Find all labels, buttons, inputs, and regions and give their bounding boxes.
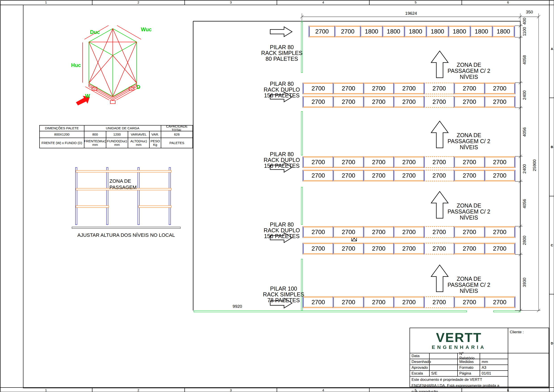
field-label: Página [458,371,480,377]
drawing-sheet: 123456 123456 ABCD [0,0,554,392]
rack-bay: 1800 [470,26,492,37]
passage-zone-label-3: ZONA DEPASSAGEM C/ 2NÍVEIS [440,196,498,227]
bay-dimension-label: 2700 [342,85,355,92]
rack-row-double2-a: 2700270027002700270027002700 [303,156,515,168]
pallet-isometric-sketch: Duc Wuc Huc W D [71,25,152,105]
rack-bay: 2700 [363,156,393,168]
rack-bay: 2700 [334,26,360,37]
bay-dimension-label: 2700 [342,299,355,306]
bay-dimension-label: 2700 [312,98,325,105]
rack-bay: 2700 [484,96,515,108]
rack-bay: 1800 [492,26,515,37]
rack-bay: 2700 [454,226,484,238]
bay-dimension-label: 2700 [372,98,385,105]
rack-bay: 2700 [424,170,454,181]
bay-dimension-label: 2700 [312,85,325,92]
bay-dimension-label: 2700 [342,229,355,236]
rack-bay: 1800 [382,26,404,37]
rack-row-double1-b: 2700270027002700270027002700 [303,96,515,108]
rack-bay: 2700 [424,156,454,168]
rack-block-label-1: PILAR 80RACK SIMPLES80 PALETES [253,38,311,67]
elevation-floor-line [72,227,180,229]
bay-dimension-label: 2700 [433,98,446,105]
bay-dimension-label: 2700 [433,172,446,179]
bay-dimension-label: 2700 [433,229,446,236]
bay-dimension-label: 2700 [463,172,476,179]
dim-chain-0: 400 [522,18,527,25]
bay-dimension-label: 1800 [387,28,400,35]
bay-dimension-label: 2700 [402,98,416,105]
dim-bottom: 9920 [233,304,242,309]
rack-bay: 1800 [404,26,426,37]
elevation-zone-label-line1: ZONA DE [109,178,131,184]
dim-label-wuc: Wuc [141,27,152,32]
bay-dimension-label: 2700 [372,85,385,92]
rack-bay: 2700 [333,83,363,94]
rack-bay: 2700 [424,96,454,108]
rack-row-double3-b: 2700270027002700270027002700 [303,243,515,254]
field-label: Desenhado [410,359,430,365]
rack-bay: 2700 [454,243,484,254]
client-cell: Cliente : [508,328,549,353]
green-wall-bottom [194,311,467,312]
dim-label-w: W [85,93,90,99]
bay-dimension-label: 2700 [312,245,325,252]
field-value: S/E [430,371,458,377]
bay-dimension-label: 2700 [402,245,416,252]
bay-dimension-label: 2700 [493,85,506,92]
elevation-zone-label-line2: PASSAGEM [109,184,137,190]
rack-bay: 2700 [393,83,423,94]
bay-dimension-label: 1800 [475,28,488,35]
bay-dimension-label: 2700 [402,159,416,166]
bay-dimension-label: 2700 [342,159,355,166]
rack-bay: 1800 [448,26,470,37]
rack-bay: 2700 [454,156,484,168]
passage-zone-label-1: ZONA DEPASSAGEM C/ 2NÍVEIS [440,56,498,86]
field-value [430,353,458,359]
bay-dimension-label: 2700 [315,28,329,35]
dim-chain-8: 3930 [522,278,527,287]
dim-offset: 350 [526,10,533,14]
rack-row-simple-top: 270027001800180018001800180018001800 [309,26,515,37]
bay-dimension-label: 2700 [463,85,476,92]
bay-dimension-label: 2700 [463,159,476,166]
copyright-disclaimer: Este documento é propriedade de VERTT EN… [410,377,508,392]
field-value [430,359,458,365]
rack-bay: 1800 [360,26,382,37]
bay-dimension-label: 2700 [342,245,355,252]
rack-bay: 2700 [484,170,515,181]
bay-dimension-label: 2700 [341,28,354,35]
bay-dimension-label: 2700 [493,229,506,236]
rack-bay: 2700 [393,243,423,254]
dim-chain-5: 2400 [522,164,527,174]
field-label: Escala [410,371,430,377]
bay-dimension-label: 2700 [402,172,416,179]
dim-chain-7: 2800 [522,236,527,245]
rack-bay: 2700 [333,96,363,108]
bay-dimension-label: 2700 [342,172,355,179]
bay-dimension-label: 2700 [372,299,385,306]
dim-chain-4: 4056 [522,127,527,137]
bay-dimension-label: 2700 [433,245,446,252]
field-label: Nº Relatório [458,353,480,359]
elevation-caption: AJUSTAR ALTURA DOS NÍVEIS NO LOCAL [77,232,175,238]
rack-block-label-4: PILAR 80RACK DUPLO156 PALETES [253,216,311,245]
dim-label-duc: Duc [90,29,100,35]
rack-bay: 2700 [363,96,393,108]
rack-bay: 2700 [363,83,393,94]
dim-chain-1: 1100 [522,27,527,36]
bay-dimension-label: 1800 [453,28,466,35]
dim-chain-3: 2400 [522,91,527,100]
field-value [430,365,458,371]
rack-bay: 2700 [393,170,423,181]
bay-dimension-label: 2700 [463,229,476,236]
rack-bay: 2700 [363,170,393,181]
rack-bay: 2700 [393,96,423,108]
bay-dimension-label: 2700 [402,85,416,92]
rack-bay: 2700 [393,296,423,308]
field-label: Formato [458,365,480,371]
bay-dimension-label: 2700 [372,245,385,252]
bay-dimension-label: 2700 [463,245,476,252]
field-value: mm [480,359,508,365]
rack-bay: 2700 [363,243,393,254]
